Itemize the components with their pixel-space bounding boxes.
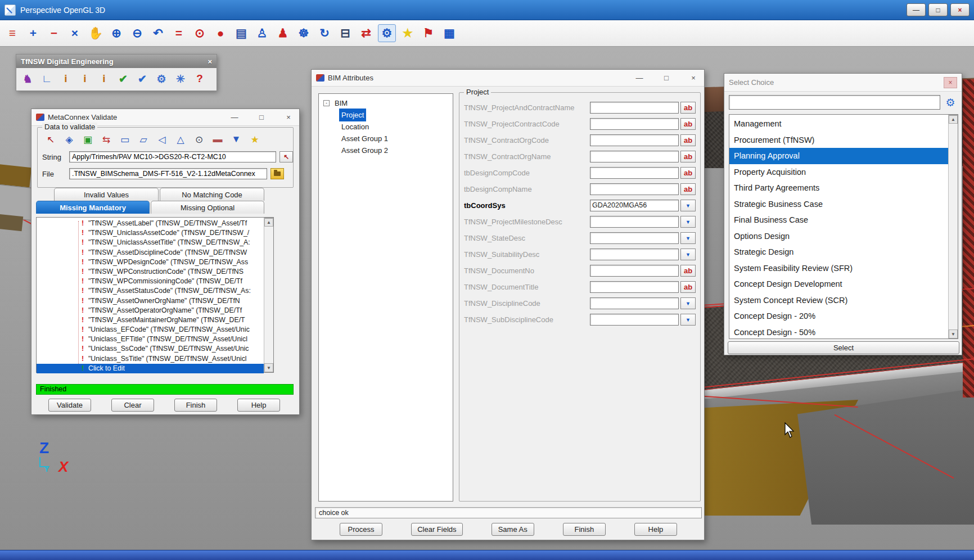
- validate-check-icon[interactable]: ✔: [115, 70, 131, 87]
- select-arrow-icon[interactable]: ↖: [42, 132, 59, 147]
- field-input[interactable]: [590, 281, 679, 293]
- field-input[interactable]: GDA2020MGA56: [590, 200, 679, 211]
- validation-item[interactable]: ! "Uniclass_EFCode" (TfNSW_DE/TfNSW_Asse…: [37, 325, 264, 335]
- validation-item[interactable]: ! "TfNSW_AssetOwnerOrgName" (TfNSW_DE/Tf…: [37, 296, 264, 306]
- validation-item[interactable]: ! "TfNSW_AssetLabel" (TfNSW_DE/TfNSW_Ass…: [37, 219, 264, 228]
- field-input[interactable]: [590, 297, 679, 309]
- text-edit-button[interactable]: ab: [680, 167, 696, 179]
- same-as-button[interactable]: Same As: [491, 523, 534, 536]
- drive-icon[interactable]: ▤: [232, 24, 250, 42]
- scroll-down-button[interactable]: ▼: [264, 363, 273, 372]
- text-edit-button[interactable]: ab: [680, 183, 696, 195]
- field-input[interactable]: [590, 151, 679, 162]
- validation-item[interactable]: ! Click to Edit: [37, 364, 264, 373]
- help-button[interactable]: Help: [237, 399, 280, 412]
- info-3-icon[interactable]: i: [96, 70, 112, 87]
- zoom-out-icon[interactable]: ⊖: [128, 24, 146, 42]
- palette-close-button[interactable]: ×: [208, 57, 212, 66]
- choice-item[interactable]: System Concept Review (SCR): [729, 292, 948, 309]
- field-input[interactable]: [590, 314, 679, 326]
- schema-icon[interactable]: ✳: [173, 70, 188, 87]
- dropdown-button[interactable]: ▼: [680, 216, 696, 228]
- tree-item-location[interactable]: - Location: [321, 121, 450, 133]
- models-icon[interactable]: ◈: [61, 132, 78, 147]
- validation-item[interactable]: ! "TfNSW_AssetOperatorOrgName" (TfNSW_DE…: [37, 306, 264, 315]
- choice-search-input[interactable]: [729, 95, 940, 110]
- text-edit-button[interactable]: ab: [680, 281, 696, 293]
- process-gear-icon[interactable]: ⚙: [154, 70, 169, 87]
- validation-item[interactable]: ! "Uniclass_SsCode" (TfNSW_DE/TfNSW_Asse…: [37, 344, 264, 354]
- clear-button[interactable]: Clear: [111, 399, 154, 412]
- field-input[interactable]: [590, 167, 679, 179]
- attributes-check-icon[interactable]: ✔: [134, 70, 150, 87]
- walk-icon[interactable]: ♙: [253, 24, 271, 42]
- maximize-button[interactable]: □: [255, 112, 268, 123]
- text-edit-button[interactable]: ab: [680, 265, 696, 277]
- finish-button[interactable]: Finish: [563, 523, 606, 536]
- help-button[interactable]: Help: [634, 523, 677, 536]
- finish-button[interactable]: Finish: [174, 399, 217, 412]
- scrollbar-thumb[interactable]: [949, 115, 957, 116]
- favorites-star-icon[interactable]: ★: [399, 24, 417, 42]
- list-scrollbar[interactable]: ▲ ▼: [264, 218, 273, 372]
- info-1-icon[interactable]: i: [58, 70, 74, 87]
- choice-item[interactable]: Concept Design - 50%: [729, 324, 948, 340]
- close-button[interactable]: ×: [944, 77, 957, 88]
- close-button[interactable]: ×: [950, 3, 970, 16]
- text-edit-button[interactable]: ab: [680, 118, 696, 130]
- expand-icon[interactable]: -: [323, 100, 330, 106]
- parallelogram-icon[interactable]: ▱: [135, 132, 152, 147]
- list-scrollbar[interactable]: ▲ ▼: [948, 115, 958, 338]
- choice-item[interactable]: System Feasibility Review (SFR): [729, 260, 948, 277]
- choice-item[interactable]: Planning Approval: [729, 148, 948, 164]
- select-choice-titlebar[interactable]: Select Choice ×: [724, 74, 962, 92]
- scroll-up-button[interactable]: ▲: [949, 115, 958, 124]
- profile-icon[interactable]: ▬: [209, 132, 226, 147]
- export-icon[interactable]: ⇄: [357, 24, 375, 42]
- validation-results-list[interactable]: ! "TfNSW_AssetLabel" (TfNSW_DE/TfNSW_Ass…: [36, 217, 274, 373]
- string-input[interactable]: [69, 151, 276, 162]
- placement-tool-icon[interactable]: ♞: [20, 70, 35, 87]
- delete-icon[interactable]: −: [45, 24, 63, 42]
- image-icon[interactable]: ▣: [79, 132, 96, 147]
- undo-icon[interactable]: ↶: [149, 24, 167, 42]
- validation-item[interactable]: ! "TfNSW_WPDesignCode" (TfNSW_DE/TfNSW_A…: [37, 258, 264, 267]
- clear-fields-button[interactable]: Clear Fields: [411, 523, 462, 536]
- help-icon[interactable]: ?: [192, 70, 208, 87]
- choice-item[interactable]: Management: [729, 116, 948, 132]
- scroll-down-button[interactable]: ▼: [949, 329, 958, 338]
- zoom-in-icon[interactable]: ⊕: [107, 24, 125, 42]
- choice-item[interactable]: Final Business Case: [729, 212, 948, 228]
- process-button[interactable]: Process: [340, 523, 382, 536]
- field-input[interactable]: [590, 265, 679, 277]
- settings-gear-icon[interactable]: ⚙: [378, 24, 396, 42]
- tab-missing-mandatory[interactable]: Missing Mandatory: [36, 201, 150, 214]
- choice-item[interactable]: Property Acquisition: [729, 164, 948, 180]
- select-button[interactable]: Select: [728, 341, 959, 354]
- move-icon[interactable]: ⇆: [98, 132, 115, 147]
- validation-item[interactable]: ! "TfNSW_AssetDisciplineCode" (TfNSW_DE/…: [37, 248, 264, 258]
- tree-item-asset-group-1[interactable]: - Asset Group 1: [321, 133, 450, 144]
- filter-icon[interactable]: ▼: [228, 132, 245, 147]
- tree-item-project[interactable]: - Project: [321, 109, 450, 121]
- dropdown-button[interactable]: ▼: [680, 200, 696, 211]
- display-modes-icon[interactable]: =: [170, 24, 188, 42]
- choice-list[interactable]: ManagementProcurement (TfNSW)Planning Ap…: [729, 114, 958, 339]
- info-2-icon[interactable]: i: [77, 70, 93, 87]
- minimize-button[interactable]: —: [633, 73, 646, 84]
- run-icon[interactable]: ♟: [274, 24, 292, 42]
- gear-icon[interactable]: ⚙: [943, 95, 958, 110]
- dropdown-button[interactable]: ▼: [680, 232, 696, 244]
- print-icon[interactable]: ⊟: [336, 24, 354, 42]
- choice-item[interactable]: Concept Design Development: [729, 276, 948, 292]
- navigate-wheel-icon[interactable]: ☸: [295, 24, 313, 42]
- tree-item-asset-group-2[interactable]: - Asset Group 2: [321, 144, 450, 156]
- choice-item[interactable]: Concept Design - 20%: [729, 308, 948, 324]
- palette-titlebar[interactable]: TfNSW Digital Engineering ×: [16, 55, 217, 68]
- validation-item[interactable]: ! "Uniclass_SsTitle" (TfNSW_DE/TfNSW_Ass…: [37, 354, 264, 364]
- text-edit-button[interactable]: ab: [680, 102, 696, 114]
- triangle-icon[interactable]: △: [172, 132, 189, 147]
- validation-item[interactable]: ! "TfNSW_AssetMaintainerOrgName" (TfNSW_…: [37, 315, 264, 325]
- validation-item[interactable]: ! "TfNSW_AssetStatusCode" (TfNSW_DE/TfNS…: [37, 286, 264, 296]
- choice-item[interactable]: Options Design: [729, 228, 948, 245]
